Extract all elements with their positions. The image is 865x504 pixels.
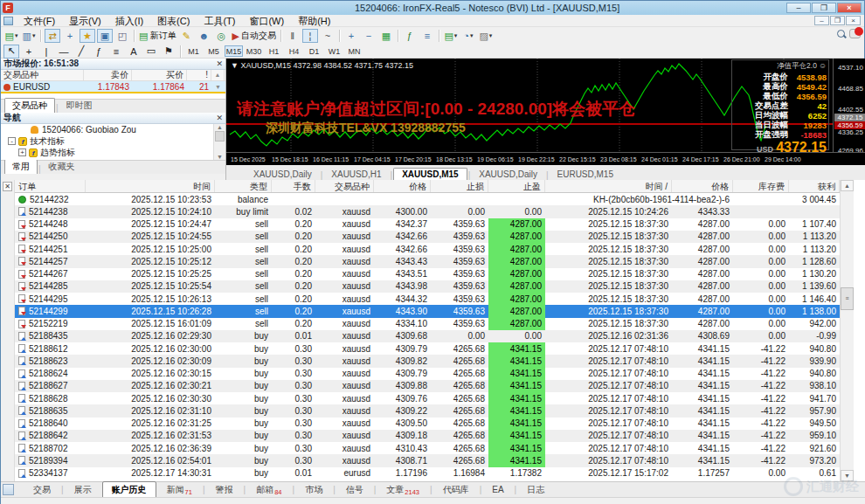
mw-tab-0[interactable]: 交易品种 (4, 98, 55, 113)
new-chart-button[interactable]: ▤▾ (3, 29, 19, 43)
mdi-close-button[interactable]: × (846, 16, 861, 25)
scroll-up-icon[interactable]: ▲ (841, 180, 854, 191)
bottom-tab-展示[interactable]: 展示 (64, 482, 102, 498)
template-button[interactable]: ▤▾ (443, 29, 459, 43)
line-chart-button[interactable]: ~ (320, 29, 336, 43)
menu-T[interactable]: 工具(T) (197, 15, 242, 27)
order-row-52144238[interactable]: 521442382025.12.15 10:24:10buy limit0.02… (15, 205, 840, 217)
screenshot-button[interactable]: ▨▾ (478, 29, 494, 43)
order-row-52144299[interactable]: 521442992025.12.15 10:26:28sell0.20xauus… (15, 305, 840, 317)
order-row-52188635[interactable]: 521886352025.12.16 02:31:10buy0.30xauusd… (15, 404, 840, 417)
order-row-52188435[interactable]: 521884352025.12.16 02:29:30buy0.01xauusd… (15, 330, 840, 342)
bottom-tab-市场[interactable]: 市场 (294, 482, 333, 498)
trendline-tool[interactable]: ╱ (73, 45, 89, 59)
menu-W[interactable]: 窗口(W) (242, 15, 291, 27)
scroll-thumb[interactable]: ≡ (841, 287, 854, 310)
data-window-button[interactable]: ◰ (114, 29, 130, 43)
orders-col-4[interactable]: 交易品种 (315, 180, 374, 192)
bottom-tab-新闻[interactable]: 新闻71 (156, 482, 203, 498)
bottom-tab-文章[interactable]: 文章2143 (376, 482, 430, 498)
chart-tab-2[interactable]: XAUUSD,M15 (393, 168, 467, 180)
nav-item-0[interactable]: 15204066: Guobiao Zou (1, 124, 225, 135)
chart-area[interactable]: ▼ XAUUSD,M15 4372.98 4384.52 4371.75 437… (226, 59, 865, 165)
menu-H[interactable]: 帮助(H) (291, 15, 337, 27)
orders-col-6[interactable]: 止损 (431, 180, 488, 192)
orders-col-10[interactable]: 库存费 (733, 180, 789, 192)
new-order-button[interactable]: ▤新订单 (138, 29, 176, 43)
order-row-52188702[interactable]: 521887022025.12.16 02:36:39buy0.30xauusd… (15, 442, 840, 454)
menu-F[interactable]: 文件(F) (17, 15, 62, 27)
text-tool[interactable]: A (126, 45, 142, 59)
nav-item-2[interactable]: +f趋势指标 (1, 147, 225, 158)
order-row-52144257[interactable]: 521442572025.12.15 10:25:12sell0.20xauus… (15, 255, 840, 267)
crosshair-button[interactable]: + (62, 29, 78, 43)
chart-shift-button[interactable]: ⇄ (45, 29, 60, 43)
order-row-52144251[interactable]: 521442512025.12.15 10:25:00sell0.20xauus… (15, 243, 840, 255)
chart-tab-1[interactable]: XAUUSD,H1 (323, 169, 389, 180)
indicators-button[interactable]: ƒ (402, 29, 418, 43)
metaeditor-button[interactable]: ✎ (178, 29, 194, 43)
vline-tool[interactable]: | (38, 45, 54, 59)
menu-I[interactable]: 插入(I) (108, 15, 150, 27)
tile-windows-button[interactable]: ▦ (378, 29, 394, 43)
tree-expand-icon[interactable]: + (18, 148, 26, 156)
market-watch-row-eurusd[interactable]: EURUSD1.178431.1786421▼ (1, 81, 225, 93)
chart-tab-4[interactable]: EURUSD,M15 (550, 169, 621, 180)
menu-C[interactable]: 图表(C) (150, 15, 197, 27)
orders-col-8[interactable]: 时间 / (545, 180, 672, 192)
timeframe-H4[interactable]: H4 (285, 45, 303, 57)
timeframe-M1[interactable]: M1 (184, 45, 203, 57)
restore-button[interactable]: ❐ (812, 3, 836, 13)
order-row-52188642[interactable]: 521886422025.12.16 02:31:53buy0.30xauusd… (15, 430, 840, 442)
web-button[interactable]: ◎ (213, 29, 229, 43)
order-row-52144250[interactable]: 521442502025.12.15 10:24:55sell0.20xauus… (15, 231, 840, 243)
bottom-tab-代码库[interactable]: 代码库 (432, 482, 480, 498)
order-row-52144295[interactable]: 521442952025.12.15 10:26:13sell0.20xauus… (15, 293, 840, 305)
timeframe-MN[interactable]: MN (345, 45, 363, 57)
timeframe-M30[interactable]: M30 (245, 45, 263, 57)
nav-tab-0[interactable]: 常用 (4, 159, 38, 174)
orders-col-0[interactable]: 订单 (15, 180, 86, 192)
navigator-close-icon[interactable]: ✕ (216, 114, 223, 122)
order-row-52188628[interactable]: 521886282025.12.16 02:30:30buy0.30xauusd… (15, 392, 840, 404)
menu-V[interactable]: 显示(V) (62, 15, 108, 27)
shapes-tool[interactable]: ⚑ (161, 45, 176, 59)
orders-col-2[interactable]: 类型 (215, 180, 272, 192)
mdi-restore-button[interactable]: ❐ (830, 16, 845, 25)
bottom-tab-警报[interactable]: 警报 (205, 482, 244, 498)
timeframe-D1[interactable]: D1 (305, 45, 323, 57)
experts-button[interactable]: ☻ (196, 29, 211, 43)
toolbox-close-icon[interactable]: ✕ (3, 182, 12, 191)
orders-col-11[interactable]: 获利 (789, 180, 840, 192)
order-row-52188640[interactable]: 521886402025.12.16 02:31:25buy0.30xauusd… (15, 418, 840, 430)
order-row-52144248[interactable]: 521442482025.12.15 10:24:47sell0.20xauus… (15, 218, 840, 231)
chart-tab-3[interactable]: XAUUSD,Daily (471, 169, 545, 180)
notifications-icon[interactable] (849, 29, 861, 38)
period-button[interactable]: ◔▾ (460, 29, 476, 43)
minimize-button[interactable]: – (786, 3, 811, 13)
order-row-52152219[interactable]: 521522192025.12.15 16:01:09sell0.20xauus… (15, 318, 840, 330)
bottom-tab-日志[interactable]: 日志 (516, 482, 555, 498)
autotrading-button[interactable]: ▶自动交易 (231, 29, 276, 43)
mw-tab-1[interactable]: 即时图 (59, 99, 100, 113)
bottom-tab-邮箱[interactable]: 邮箱84 (246, 482, 292, 498)
crosshair-tool[interactable]: + (21, 45, 37, 59)
mw-scroll-up-icon[interactable]: ▲ (211, 70, 225, 80)
order-row-52188612[interactable]: 521886122025.12.16 02:30:00buy0.30xauusd… (15, 342, 840, 355)
profiles-button[interactable]: ▥▾ (21, 29, 37, 43)
nav-item-1[interactable]: -f技术指标 (1, 135, 225, 147)
mdi-minimize-button[interactable]: – (814, 16, 829, 25)
timeframe-M5[interactable]: M5 (204, 45, 223, 57)
search-icon[interactable] (837, 30, 846, 38)
tree-expand-icon[interactable]: - (8, 137, 16, 145)
order-row-52189394[interactable]: 521893942025.12.16 02:54:01buy0.30xauusd… (15, 454, 840, 466)
zoom-out-button[interactable]: − (361, 29, 377, 43)
channel-tool[interactable]: ≡ (108, 45, 124, 59)
timeframe-W1[interactable]: W1 (325, 45, 343, 57)
cursor-tool[interactable]: ↖ (3, 45, 19, 59)
order-row-52144285[interactable]: 521442852025.12.15 10:25:54sell0.20xauus… (15, 280, 840, 293)
orders-scrollbar[interactable]: ▲ ≡ ▼ (840, 180, 854, 481)
fibonacci-tool[interactable]: ƒ (91, 45, 107, 59)
indicator-list-button[interactable]: ≡ (419, 29, 435, 43)
bottom-tab-信号[interactable]: 信号 (336, 482, 374, 498)
